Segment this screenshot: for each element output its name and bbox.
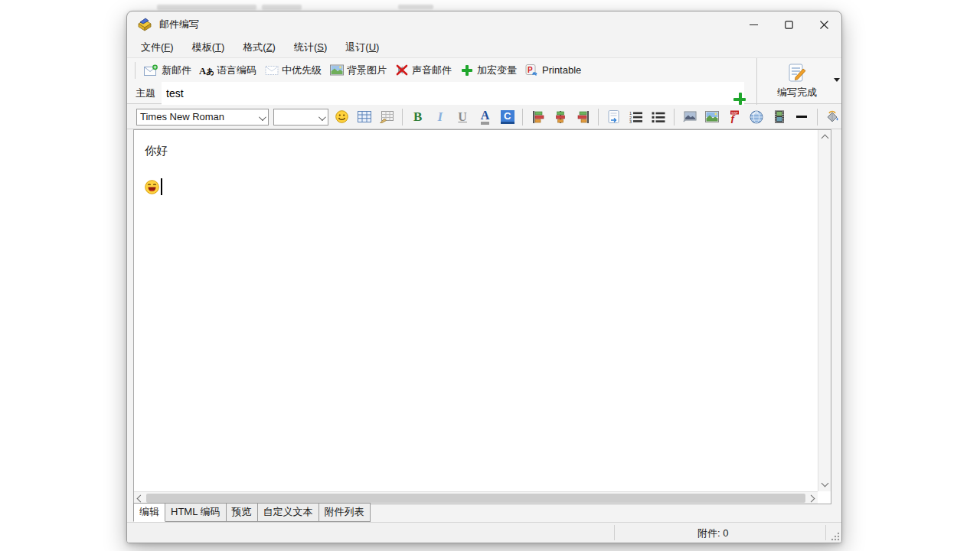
indent-paragraph-icon bbox=[608, 110, 620, 124]
toolbar-separator bbox=[674, 109, 675, 126]
editor-text-line: 你好 bbox=[145, 144, 818, 158]
new-mail-button[interactable]: 新邮件 bbox=[140, 62, 195, 79]
background-color-button[interactable]: C bbox=[498, 108, 516, 126]
tab-attachment-list[interactable]: 附件列表 bbox=[319, 503, 371, 522]
language-encoding-button[interactable]: A あ 语言编码 bbox=[195, 62, 260, 79]
view-tab-bar: 编辑 HTML 编码 预览 自定义文本 附件列表 bbox=[133, 504, 831, 522]
align-right-icon bbox=[577, 111, 590, 123]
compose-done-button[interactable]: 编写完成 bbox=[763, 60, 831, 103]
scroll-left-icon[interactable] bbox=[137, 494, 145, 502]
mail-compose-window: 邮件编写 文件(F) 模板(T) 格式(Z) 统计(S) 退订(U) bbox=[126, 11, 842, 543]
menu-unsubscribe[interactable]: 退订(U) bbox=[341, 39, 383, 56]
window-title: 邮件编写 bbox=[159, 18, 199, 31]
font-color-icon: A bbox=[481, 109, 490, 125]
table-properties-button[interactable] bbox=[378, 108, 396, 126]
tab-edit[interactable]: 编辑 bbox=[133, 503, 165, 522]
voice-mail-button[interactable]: 声音邮件 bbox=[390, 62, 456, 79]
menu-statistics[interactable]: 统计(S) bbox=[290, 39, 331, 56]
insert-horizontal-line-button[interactable] bbox=[792, 108, 810, 126]
compose-done-zone: 编写完成 bbox=[756, 58, 842, 105]
background-image-icon bbox=[329, 64, 344, 77]
editor-content[interactable]: 你好 bbox=[134, 130, 818, 491]
bold-button[interactable]: B bbox=[409, 108, 426, 126]
toolbar-button-label: 加宏变量 bbox=[477, 64, 517, 77]
italic-icon: I bbox=[438, 109, 443, 125]
horizontal-scrollbar-thumb[interactable] bbox=[146, 494, 805, 503]
subject-input[interactable] bbox=[162, 82, 744, 105]
tab-html-source[interactable]: HTML 编码 bbox=[165, 503, 227, 522]
background-color-icon: C bbox=[501, 110, 514, 124]
tab-custom-text[interactable]: 自定义文本 bbox=[258, 503, 319, 522]
chevron-down-icon bbox=[259, 113, 266, 121]
align-center-icon bbox=[554, 111, 567, 123]
maximize-button[interactable] bbox=[771, 11, 806, 37]
subject-row: 主题 bbox=[127, 82, 756, 105]
menu-file[interactable]: 文件(F) bbox=[137, 39, 178, 56]
font-family-select[interactable]: Times New Roman bbox=[136, 109, 269, 126]
align-center-button[interactable] bbox=[552, 108, 570, 126]
compose-done-dropdown-icon[interactable] bbox=[834, 78, 840, 82]
font-family-value: Times New Roman bbox=[140, 111, 224, 122]
attachments-status: 附件: 0 bbox=[697, 527, 728, 540]
attachments-label: 附件: bbox=[697, 527, 720, 539]
menu-bar: 文件(F) 模板(T) 格式(Z) 统计(S) 退订(U) bbox=[127, 37, 841, 57]
printable-button[interactable]: P Printable bbox=[521, 62, 585, 78]
picture-icon bbox=[683, 111, 697, 122]
insert-table-button[interactable] bbox=[355, 108, 373, 126]
landscape-picture-icon bbox=[705, 111, 719, 122]
insert-smiley-button[interactable] bbox=[333, 108, 351, 126]
insert-background-picture-button[interactable] bbox=[703, 108, 720, 126]
toolbar-button-label: 新邮件 bbox=[162, 64, 191, 77]
table-icon bbox=[358, 111, 371, 122]
minimize-button[interactable] bbox=[736, 11, 771, 37]
scroll-down-icon[interactable] bbox=[821, 480, 828, 487]
text-cursor bbox=[161, 178, 162, 195]
resize-grip-icon[interactable] bbox=[831, 532, 840, 541]
open-mouth-laughing-emoji bbox=[145, 180, 159, 194]
scroll-up-icon[interactable] bbox=[821, 135, 828, 142]
horizontal-scrollbar[interactable] bbox=[134, 491, 818, 504]
status-bar: 附件: 0 bbox=[127, 522, 841, 543]
macro-variable-button[interactable]: 加宏变量 bbox=[456, 62, 521, 79]
menu-template[interactable]: 模板(T) bbox=[188, 39, 229, 56]
new-mail-icon bbox=[144, 64, 158, 77]
subject-add-button[interactable] bbox=[733, 93, 746, 105]
close-button[interactable] bbox=[806, 11, 841, 37]
indent-paragraph-button[interactable] bbox=[605, 108, 622, 126]
font-size-select[interactable] bbox=[273, 109, 328, 126]
format-toolbar: Times New Roman B I bbox=[127, 105, 841, 129]
underline-button[interactable]: U bbox=[453, 108, 471, 126]
main-toolbar: 新邮件 A あ 语言编码 中优先级 bbox=[127, 58, 756, 82]
flash-icon: SWF f bbox=[728, 110, 740, 123]
toolbar-button-label: 语言编码 bbox=[217, 64, 256, 77]
insert-hyperlink-button[interactable] bbox=[748, 108, 766, 126]
message-body-editor[interactable]: 你好 bbox=[133, 129, 831, 504]
insert-flash-button[interactable]: SWF f bbox=[725, 108, 743, 126]
bulleted-list-button[interactable] bbox=[650, 108, 668, 126]
insert-picture-button[interactable] bbox=[681, 108, 698, 126]
background-image-button[interactable]: 背景图片 bbox=[325, 62, 390, 79]
numbered-list-button[interactable]: 1 2 3 bbox=[627, 108, 645, 126]
menu-format[interactable]: 格式(Z) bbox=[239, 39, 279, 56]
tab-preview[interactable]: 预览 bbox=[227, 503, 258, 522]
priority-button[interactable]: 中优先级 bbox=[260, 62, 325, 79]
table-properties-icon bbox=[380, 111, 394, 123]
background-window-fragment bbox=[398, 5, 433, 9]
mail-app-icon bbox=[137, 18, 152, 31]
svg-text:3: 3 bbox=[629, 119, 632, 123]
fill-color-button[interactable] bbox=[824, 108, 841, 126]
toolbar-button-label: 中优先级 bbox=[282, 64, 322, 77]
align-right-button[interactable] bbox=[574, 108, 592, 126]
toolbar-button-label: 声音邮件 bbox=[412, 64, 452, 77]
italic-button[interactable]: I bbox=[431, 108, 449, 126]
align-left-button[interactable] bbox=[529, 108, 547, 126]
insert-video-button[interactable] bbox=[770, 108, 788, 126]
scroll-right-icon[interactable] bbox=[808, 494, 815, 502]
editor-emoji-line bbox=[145, 178, 818, 195]
vertical-scrollbar[interactable] bbox=[818, 130, 831, 491]
font-color-button[interactable]: A bbox=[476, 108, 494, 126]
language-encoding-icon: A あ bbox=[199, 64, 214, 77]
globe-icon bbox=[750, 110, 763, 124]
attachments-count: 0 bbox=[723, 527, 728, 539]
close-icon bbox=[820, 21, 828, 29]
